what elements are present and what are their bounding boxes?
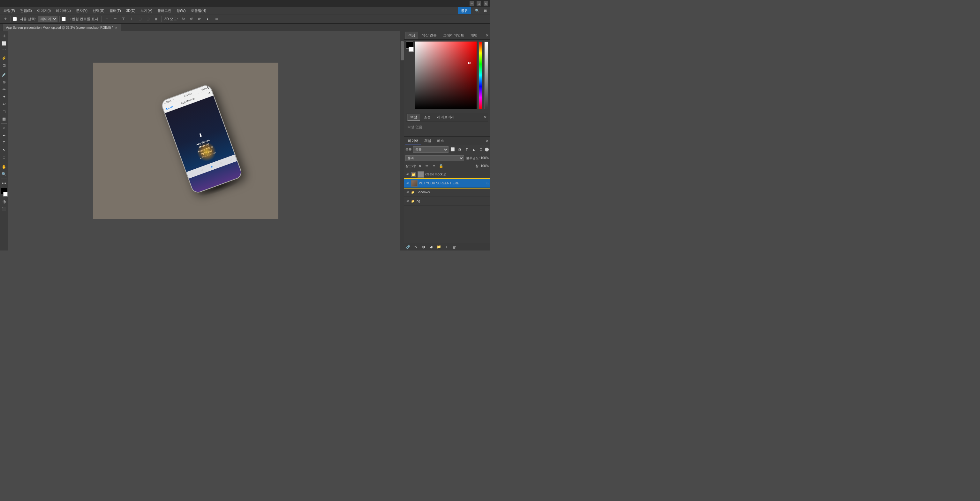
color-tab-swatches[interactable]: 색상 견본 — [419, 32, 439, 39]
more-button[interactable]: ••• — [213, 15, 220, 22]
clone-stamp-tool[interactable]: ✦ — [1, 93, 8, 101]
menu-item-view[interactable]: 보기(V) — [138, 8, 154, 14]
pen-tool[interactable]: ✒ — [1, 132, 8, 139]
background-swatch[interactable] — [409, 47, 414, 52]
add-mask-btn[interactable]: ◑ — [421, 244, 426, 250]
distribute-button[interactable]: ⊠ — [153, 15, 159, 22]
layer-select[interactable]: 레이어 — [38, 16, 57, 22]
props-tab-libraries[interactable]: 라이브러리 — [434, 114, 457, 120]
color-picker[interactable] — [415, 41, 477, 109]
zoom-tool[interactable]: 🔍 — [1, 171, 8, 178]
close-button[interactable]: ✕ — [484, 1, 488, 6]
menu-item-filter[interactable]: 필터(T) — [107, 8, 123, 14]
layers-tab-channels[interactable]: 채널 — [422, 137, 434, 144]
menu-item-help[interactable]: 도움말(H) — [189, 8, 208, 14]
crop-tool[interactable]: ⊡ — [1, 62, 8, 69]
menu-item-image[interactable]: 이미지(I) — [35, 8, 53, 14]
menu-item-layer[interactable]: 레이어(L) — [54, 8, 73, 14]
menu-item-3d[interactable]: 3D(D) — [124, 8, 138, 13]
menu-item-file[interactable]: 파일(F) — [1, 8, 17, 14]
eraser-tool[interactable]: ◻ — [1, 108, 8, 115]
history-brush-tool[interactable]: ↩ — [1, 101, 8, 108]
menu-item-type[interactable]: 문자(Y) — [74, 8, 90, 14]
quick-select-tool[interactable]: ⚡ — [1, 55, 8, 62]
transform-checkbox[interactable] — [62, 17, 66, 21]
layer-eye-screen-here[interactable]: 👁 — [406, 181, 410, 186]
add-adjustment-btn[interactable]: ◕ — [428, 244, 434, 250]
lock-artboard-btn[interactable]: ✦ — [431, 163, 437, 169]
arrange-button[interactable]: ⊞ — [482, 7, 489, 14]
menu-item-select[interactable]: 선택(S) — [90, 8, 107, 14]
align-right-button[interactable]: ⊤ — [120, 15, 127, 22]
more-tools-button[interactable]: ••• — [1, 180, 8, 187]
3d-btn-2[interactable]: ↺ — [188, 15, 195, 22]
hand-tool[interactable]: ✋ — [1, 163, 8, 170]
eyedropper-tool[interactable]: 💉 — [1, 71, 8, 78]
color-tab-pattern[interactable]: 패턴 — [468, 32, 480, 39]
tab-close-button[interactable]: ✕ — [115, 26, 118, 29]
gradient-tool[interactable]: ▦ — [1, 115, 8, 122]
3d-btn-4[interactable]: ⏵ — [204, 15, 211, 22]
link-layers-btn[interactable]: 🔗 — [406, 244, 411, 250]
menu-item-plugins[interactable]: 플러그인 — [155, 8, 173, 14]
selection-tool[interactable]: ⬜ — [1, 40, 8, 47]
path-select-tool[interactable]: ↖ — [1, 147, 8, 154]
move-tool-button[interactable]: ✛ — [2, 15, 9, 22]
layers-panel-close[interactable]: ✕ — [485, 139, 489, 143]
new-layer-btn[interactable]: + — [444, 244, 449, 250]
delete-layer-btn[interactable]: 🗑 — [451, 244, 457, 250]
props-tab-adjustments[interactable]: 조정 — [421, 114, 433, 120]
dodge-tool[interactable]: ○ — [1, 124, 8, 132]
auto-select-checkbox[interactable] — [13, 17, 17, 21]
layers-tab-layers[interactable]: 레이어 — [406, 137, 421, 144]
filter-smart-btn[interactable]: ⊡ — [478, 147, 484, 152]
heal-tool[interactable]: ⊕ — [1, 78, 8, 86]
menu-item-edit[interactable]: 편집(E) — [18, 8, 34, 14]
filter-pixel-btn[interactable]: ⬜ — [450, 147, 455, 152]
canvas-area[interactable]: .... BELL ✦ 6:21 PM 100%▐ ◀ Back App Moc… — [8, 31, 400, 250]
props-tab-properties[interactable]: 속성 — [407, 114, 420, 120]
blend-mode-select[interactable]: 통과 — [406, 155, 464, 161]
screen-mode-button[interactable]: ⬛ — [1, 206, 8, 212]
shape-tool[interactable]: □ — [1, 154, 8, 161]
quick-mask-button[interactable]: ◎ — [1, 198, 8, 205]
fill-value[interactable]: 100% — [480, 164, 489, 168]
color-tab-gradient[interactable]: 그레이디언트 — [440, 32, 467, 39]
lock-pixels-btn[interactable]: ✕ — [417, 163, 423, 169]
move-tool[interactable]: ✛ — [1, 33, 8, 40]
layer-item-shadows[interactable]: 👁 📁 Shadows — [404, 188, 490, 197]
align-center-v-button[interactable]: ⊡ — [137, 15, 143, 22]
3d-btn-1[interactable]: ↻ — [180, 15, 187, 22]
align-bottom-button[interactable]: ⊞ — [145, 15, 151, 22]
align-top-button[interactable]: ⊥ — [128, 15, 135, 22]
filter-adjust-btn[interactable]: ◑ — [457, 147, 463, 152]
layer-eye-bg[interactable]: 👁 — [406, 199, 410, 204]
maximize-button[interactable]: □ — [477, 1, 481, 6]
search-button[interactable]: 🔍 — [473, 7, 481, 14]
alpha-slider[interactable] — [484, 41, 488, 109]
document-tab[interactable]: App-Screen-presentation-Mock-up.psd @ 33… — [3, 24, 121, 31]
color-tab-color[interactable]: 색상 — [406, 32, 418, 39]
background-color-swatch[interactable] — [3, 192, 8, 196]
share-button[interactable]: 공유 — [458, 7, 471, 14]
menu-item-window[interactable]: 창(W) — [174, 8, 188, 14]
layer-eye-create-mockup[interactable]: 👁 — [406, 172, 410, 177]
lock-position-btn[interactable]: ✏ — [424, 163, 430, 169]
filter-select[interactable]: 종류 — [413, 146, 449, 153]
layer-item-create-mockup[interactable]: 👁 📁 create mockup — [404, 170, 490, 179]
scroll-thumb[interactable] — [401, 41, 404, 61]
align-center-h-button[interactable]: ⊢ — [112, 15, 119, 22]
brush-tool[interactable]: ✏ — [1, 86, 8, 93]
layers-tab-paths[interactable]: 패스 — [434, 137, 447, 144]
color-panel-close[interactable]: ✕ — [485, 33, 489, 38]
props-panel-close[interactable]: ✕ — [484, 115, 487, 120]
new-group-btn[interactable]: 📁 — [436, 244, 442, 250]
filter-shape-btn[interactable]: ▲ — [471, 147, 477, 152]
filter-type-btn[interactable]: T — [464, 147, 469, 152]
3d-btn-3[interactable]: ⟳ — [196, 15, 203, 22]
lasso-tool[interactable]: ⌒ — [1, 47, 8, 54]
add-style-btn[interactable]: fx — [413, 244, 419, 250]
type-tool[interactable]: T — [1, 139, 8, 146]
opacity-value[interactable]: 100% — [480, 156, 489, 160]
layer-eye-shadows[interactable]: 👁 — [406, 190, 410, 195]
